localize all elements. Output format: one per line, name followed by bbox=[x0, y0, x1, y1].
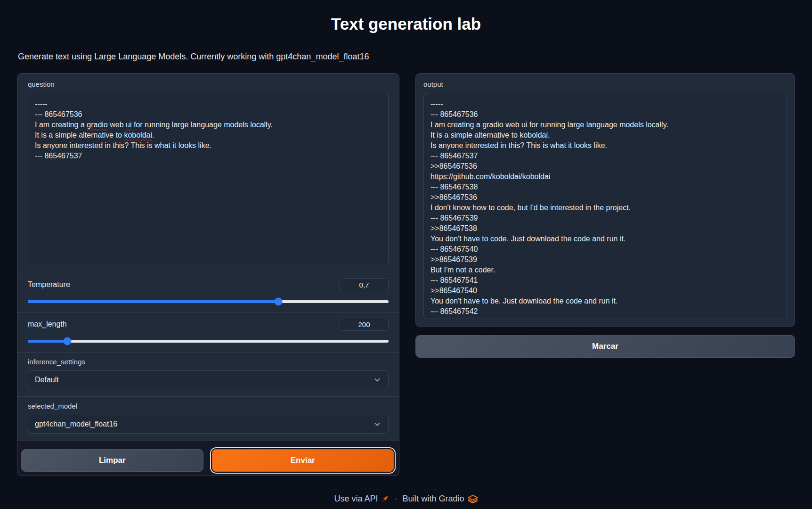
temperature-slider[interactable] bbox=[28, 297, 389, 306]
use-via-api-link[interactable]: Use via API bbox=[334, 494, 389, 504]
max-length-block: max_length 200 bbox=[17, 312, 399, 352]
input-form-group: question ----- --- 865467536 I am creati… bbox=[17, 74, 399, 441]
temperature-value-input[interactable]: 0,7 bbox=[340, 278, 389, 291]
page-title: Text generation lab bbox=[17, 13, 795, 35]
temperature-slider-track bbox=[28, 300, 389, 303]
built-with-gradio-label: Built with Gradio bbox=[402, 494, 464, 504]
question-block: question ----- --- 865467536 I am creati… bbox=[17, 74, 399, 273]
inference-settings-dropdown[interactable]: Default bbox=[28, 370, 389, 389]
page-subtitle: Generate text using Large Language Model… bbox=[18, 52, 795, 62]
temperature-slider-thumb[interactable] bbox=[275, 298, 283, 306]
use-via-api-label: Use via API bbox=[334, 494, 378, 504]
gradio-logo-icon bbox=[468, 495, 478, 503]
output-label: output bbox=[423, 80, 787, 88]
mark-button[interactable]: Marcar bbox=[415, 335, 795, 358]
question-textarea[interactable]: ----- --- 865467536 I am creating a grad… bbox=[28, 93, 389, 265]
chevron-down-icon bbox=[373, 376, 382, 384]
question-label: question bbox=[28, 80, 389, 88]
max-length-value-input[interactable]: 200 bbox=[340, 318, 389, 331]
output-column: output ----- --- 865467536 I am creating… bbox=[415, 73, 795, 358]
inference-settings-selected-value: Default bbox=[35, 376, 59, 384]
max-length-slider[interactable] bbox=[28, 337, 389, 345]
selected-model-block: selected_model gpt4chan_model_float16 bbox=[17, 396, 399, 441]
clear-button[interactable]: Limpar bbox=[21, 449, 203, 472]
selected-model-label: selected_model bbox=[28, 402, 389, 410]
chevron-down-icon bbox=[373, 420, 382, 428]
footer-separator: · bbox=[394, 494, 397, 504]
selected-model-dropdown[interactable]: gpt4chan_model_float16 bbox=[28, 415, 389, 434]
input-column: question ----- --- 865467536 I am creati… bbox=[17, 73, 399, 476]
selected-model-selected-value: gpt4chan_model_float16 bbox=[35, 420, 117, 428]
max-length-slider-thumb[interactable] bbox=[64, 337, 72, 345]
footer: Use via API · Built with Gradio bbox=[17, 494, 795, 504]
max-length-label: max_length bbox=[28, 320, 67, 328]
max-length-slider-fill bbox=[28, 340, 67, 343]
output-block: output ----- --- 865467536 I am creating… bbox=[415, 73, 795, 327]
inference-settings-label: inference_settings bbox=[28, 358, 389, 366]
temperature-label: Temperature bbox=[28, 280, 70, 289]
mark-button-row: Marcar bbox=[415, 335, 795, 358]
rocket-icon bbox=[381, 495, 389, 503]
max-length-slider-track bbox=[28, 340, 389, 343]
inference-settings-block: inference_settings Default bbox=[17, 352, 399, 396]
main-row: question ----- --- 865467536 I am creati… bbox=[17, 73, 795, 476]
temperature-slider-fill bbox=[28, 300, 278, 303]
temperature-block: Temperature 0,7 bbox=[17, 273, 399, 312]
action-button-row: Limpar Enviar bbox=[17, 441, 399, 476]
app-root: Text generation lab Generate text using … bbox=[0, 0, 812, 504]
submit-button[interactable]: Enviar bbox=[212, 449, 394, 472]
built-with-gradio-link[interactable]: Built with Gradio bbox=[402, 494, 478, 504]
output-textarea[interactable]: ----- --- 865467536 I am creating a grad… bbox=[423, 93, 787, 319]
